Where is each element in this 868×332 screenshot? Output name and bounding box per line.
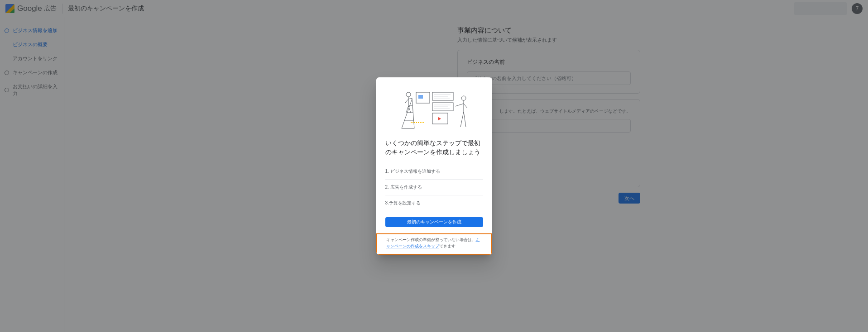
svg-point-19	[461, 96, 466, 100]
svg-point-18	[406, 92, 411, 97]
create-campaign-button[interactable]: 最初のキャンペーンを作成	[385, 217, 483, 227]
dialog-title: いくつかの簡単なステップで最初のキャンペーンを作成しましょう	[385, 139, 483, 157]
svg-line-14	[412, 99, 414, 128]
svg-marker-11	[438, 117, 441, 120]
modal-overlay: いくつかの簡単なステップで最初のキャンペーンを作成しましょう 1. ビジネス情報…	[0, 0, 868, 332]
dialog-illustration	[385, 85, 483, 131]
dialog-step-3: 3.予算を設定する	[385, 195, 483, 211]
onboarding-dialog: いくつかの簡単なステップで最初のキャンペーンを作成しましょう 1. ビジネス情報…	[376, 77, 492, 255]
svg-rect-1	[418, 95, 423, 99]
dialog-step-2: 2. 広告を作成する	[385, 180, 483, 195]
svg-line-13	[402, 99, 412, 128]
dialog-footer-callout: キャンペーン作成の準備が整っていない場合は、キャンペーンの作成をスキップできます	[376, 233, 492, 255]
footer-text-post: できます	[439, 244, 456, 248]
dialog-step-1: 1. ビジネス情報を追加する	[385, 164, 483, 180]
footer-text-pre: キャンペーン作成の準備が整っていない場合は、	[386, 237, 476, 242]
